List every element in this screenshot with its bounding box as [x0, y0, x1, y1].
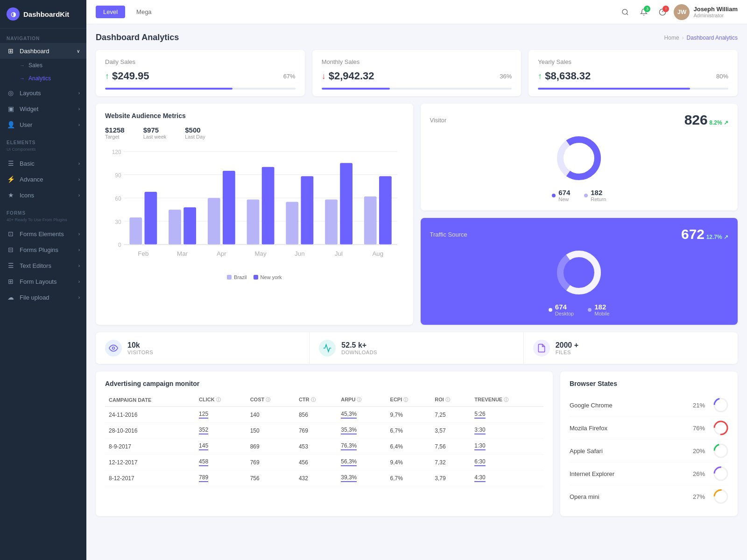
- app-logo[interactable]: ◑ DashboardKit: [0, 0, 86, 28]
- sales-card-progress: [538, 88, 728, 90]
- metric-val: 10k: [127, 341, 153, 350]
- chart-stats: $1258 Target $975 Last week $500 Last Da…: [105, 126, 404, 140]
- sidebar-item-label-widget: Widget: [20, 105, 38, 112]
- sales-card-bar: [322, 88, 390, 90]
- sidebar-item-label-advance: Advance: [20, 176, 43, 183]
- browser-pct: 27%: [693, 493, 705, 500]
- browser-item: Apple Safari 20%: [570, 440, 728, 462]
- table-cell-ctr: 769: [295, 423, 337, 439]
- svg-point-0: [622, 9, 627, 14]
- sales-card-title: Yearly Sales: [538, 58, 728, 65]
- nav-section-label: NAVIGATION: [0, 28, 86, 43]
- svg-rect-22: [223, 171, 235, 245]
- svg-line-1: [627, 14, 628, 15]
- avatar[interactable]: JW: [674, 4, 690, 20]
- metric-label: VISITORS: [127, 350, 153, 355]
- notification-bell-btn[interactable]: 3: [636, 5, 651, 20]
- page-content: Dashboard Analytics Home › Dashboard Ana…: [86, 24, 747, 560]
- chevron-right-icon2: ›: [78, 106, 80, 112]
- new-dot: [552, 194, 556, 197]
- sidebar-item-label-dashboard: Dashboard: [20, 48, 49, 55]
- table-cell-ctr: 453: [295, 439, 337, 455]
- sidebar-item-form-layouts[interactable]: ⊞ Form Layouts ›: [0, 273, 86, 289]
- logo-icon: ◑: [7, 7, 20, 21]
- sidebar-item-basic[interactable]: ☰ Basic ›: [0, 155, 86, 171]
- return-dot: [584, 194, 588, 197]
- sidebar-item-layouts[interactable]: ◎ Layouts ›: [0, 85, 86, 101]
- chart-stat: $1258 Target: [105, 126, 125, 140]
- search-icon-btn[interactable]: [618, 5, 633, 20]
- sidebar-item-text-editors[interactable]: ☰ Text Editors ›: [0, 258, 86, 273]
- legend-newyork-label: New york: [261, 274, 282, 280]
- browser-name: Mozila Firefox: [570, 425, 607, 432]
- sidebar-item-dashboard[interactable]: ⊞ Dashboard ∨: [0, 43, 86, 59]
- layouts-icon: ◎: [7, 89, 15, 97]
- main-content: Level Mega 3 ! JW Joseph William Adminis…: [86, 0, 747, 560]
- sidebar-item-forms-plugins[interactable]: ⊟ Forms Plugins ›: [0, 242, 86, 258]
- sidebar-item-analytics[interactable]: Analytics: [20, 72, 86, 85]
- browser-name: Opera mini: [570, 493, 599, 500]
- info-icon: ⓘ: [504, 397, 508, 402]
- mobile-dot: [588, 308, 592, 312]
- traffic-source-card: Traffic Source 672 12.7% ↗: [421, 218, 738, 325]
- browser-ring-chart: [713, 420, 728, 435]
- info-icon: ⓘ: [216, 397, 221, 402]
- sales-card-pct: 67%: [283, 73, 296, 80]
- sidebar-item-forms-elements[interactable]: ⊡ Forms Elements ›: [0, 226, 86, 242]
- visitor-stats: 674 New 182 Return: [430, 189, 729, 202]
- table-row: 28-10-2016 352 150 769 35,3% 6,7% 3,57 3…: [105, 423, 543, 439]
- chevron-right-icon6: ›: [78, 193, 80, 198]
- chevron-right-icon4: ›: [78, 161, 80, 166]
- info-icon: ⓘ: [403, 397, 408, 402]
- chart-stat-val: $1258: [105, 126, 125, 134]
- traffic-donut: [430, 247, 729, 298]
- table-header: CAMPAIGN DATE: [105, 394, 195, 406]
- sidebar-item-file-upload[interactable]: ☁ File upload ›: [0, 289, 86, 305]
- chevron-down-icon: ∨: [77, 49, 80, 54]
- breadcrumb-separator: ›: [682, 35, 684, 41]
- svg-rect-24: [247, 200, 260, 245]
- alert-bell-btn[interactable]: !: [655, 5, 670, 20]
- sidebar-item-label-layouts: Layouts: [20, 90, 41, 97]
- visitor-new-val: 674: [558, 189, 570, 196]
- visitor-card: Visitor 826 8.2% ↗: [421, 104, 738, 210]
- elements-section-label: ELEMENTS: [0, 133, 86, 147]
- tab-level[interactable]: Level: [96, 6, 125, 18]
- svg-rect-16: [145, 192, 157, 245]
- svg-text:Mar: Mar: [177, 250, 188, 257]
- user-icon: 👤: [7, 121, 15, 128]
- chevron-right-icon9: ›: [78, 263, 80, 268]
- tab-mega[interactable]: Mega: [129, 6, 159, 18]
- sales-card-progress: [322, 88, 512, 90]
- sidebar-item-advance[interactable]: ⚡ Advance ›: [0, 171, 86, 187]
- browser-ring-chart: [713, 489, 728, 504]
- sidebar-item-widget[interactable]: ▣ Widget ›: [0, 101, 86, 117]
- sidebar-item-user[interactable]: 👤 User ›: [0, 117, 86, 133]
- legend-brazil: Brazil: [227, 274, 247, 280]
- chevron-right-icon7: ›: [78, 231, 80, 237]
- table-cell-roi: 7,32: [431, 455, 471, 470]
- sidebar-item-sales[interactable]: Sales: [20, 59, 86, 72]
- sales-card-value: ↑ $8,638.32: [538, 70, 591, 82]
- chevron-right-icon11: ›: [78, 295, 80, 300]
- svg-text:Feb: Feb: [138, 250, 148, 257]
- metric-item: 2000 + FILES: [524, 332, 738, 364]
- table-cell-click: 789: [195, 470, 247, 486]
- table-cell-arpu: 76,3%: [337, 439, 386, 455]
- user-info: Joseph William Administrator: [693, 6, 738, 18]
- legend-brazil-label: Brazil: [234, 274, 247, 280]
- browser-item: Mozila Firefox 76%: [570, 417, 728, 440]
- browser-item: Opera mini 27%: [570, 485, 728, 508]
- sales-card-bar: [538, 88, 690, 90]
- table-header: CLICKⓘ: [195, 394, 247, 406]
- table-row: 24-11-2016 125 140 856 45,3% 9,7% 7,25 5…: [105, 406, 543, 423]
- breadcrumb-home[interactable]: Home: [664, 35, 679, 41]
- sidebar-item-icons[interactable]: ★ Icons ›: [0, 187, 86, 203]
- topbar: Level Mega 3 ! JW Joseph William Adminis…: [86, 0, 747, 24]
- visitor-return-stat: 182 Return: [584, 189, 606, 202]
- bar-chart: 0306090120FebMarAprMayJunJulAug: [105, 145, 404, 271]
- svg-text:May: May: [254, 250, 266, 257]
- sales-card-pct: 36%: [500, 73, 512, 80]
- table-cell-roi: 7,56: [431, 439, 471, 455]
- metric-val: 52.5 k+: [341, 341, 377, 350]
